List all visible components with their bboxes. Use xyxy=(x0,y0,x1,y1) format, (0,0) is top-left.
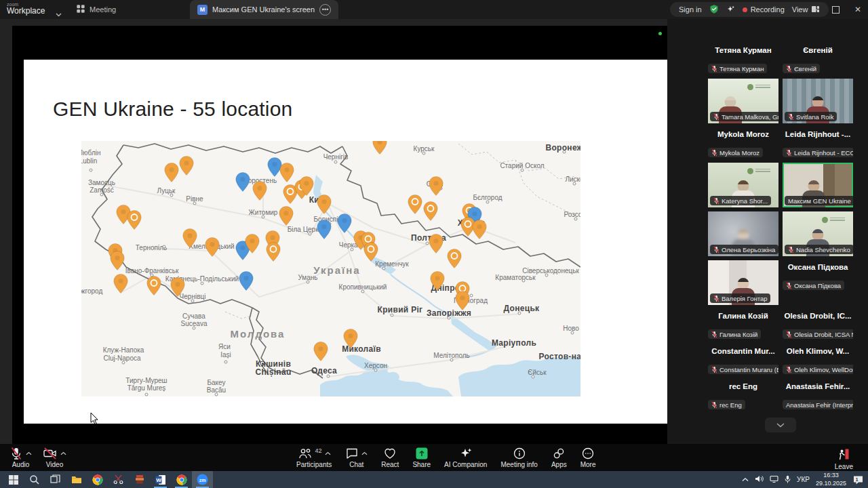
microphone-icon[interactable] xyxy=(785,475,791,485)
taskbar-chrome-icon[interactable] xyxy=(87,471,108,488)
map-pin-orange[interactable] xyxy=(372,141,387,155)
taskbar-chrome2-icon[interactable] xyxy=(171,471,192,488)
map-pin-blue[interactable] xyxy=(239,271,254,291)
map-pin-orange[interactable] xyxy=(245,234,260,253)
participant-tile[interactable]: Svitlana Roik xyxy=(783,79,853,123)
map-pin-blue[interactable] xyxy=(235,172,250,192)
map-pin-orange[interactable] xyxy=(447,249,462,268)
notification-icon[interactable]: 1 xyxy=(852,475,864,485)
taskbar-search-icon[interactable] xyxy=(24,471,45,488)
participant-tile[interactable]: Oleh Klimov, W...Oleh Klimov, WellDone xyxy=(783,344,853,375)
participant-row: rec Engrec EngAnastasia Fehir...Anastasi… xyxy=(708,380,853,411)
map-pin-orange[interactable] xyxy=(279,163,294,182)
map-pin-blue[interactable] xyxy=(317,220,332,239)
participant-badge-name: Валерія Гонтар xyxy=(722,295,767,302)
toolbar-video[interactable]: Video xyxy=(43,447,66,468)
chevron-up-icon[interactable] xyxy=(26,449,32,457)
map-pin-orange[interactable] xyxy=(266,242,281,262)
map-pin-orange[interactable] xyxy=(313,342,328,361)
map-pin-orange[interactable] xyxy=(127,210,142,230)
map-pin-orange[interactable] xyxy=(429,176,443,196)
map-pin-orange[interactable] xyxy=(429,234,443,253)
map-pin-orange[interactable] xyxy=(179,156,194,176)
toolbar-ai-companion[interactable]: AI Companion xyxy=(444,447,487,468)
taskbar-taskview-icon[interactable] xyxy=(45,471,66,488)
map-pin-orange[interactable] xyxy=(113,274,128,293)
minimize-button[interactable]: – xyxy=(812,5,817,14)
panel-more-button[interactable] xyxy=(765,418,796,432)
map-city-label: Ростов-на- xyxy=(539,352,580,361)
participant-tile[interactable]: Nadia Shevchenko xyxy=(783,211,853,256)
map-pin-blue[interactable] xyxy=(337,214,352,233)
display-icon[interactable] xyxy=(770,475,778,484)
participant-tile[interactable]: Валерія Гонтар xyxy=(708,260,778,305)
leave-button[interactable]: Leave xyxy=(831,447,857,471)
toolbar-chat[interactable]: Chat xyxy=(345,447,368,468)
map-pin-orange[interactable] xyxy=(408,195,422,214)
slide-title: GEN Ukraine - 55 location xyxy=(53,98,293,121)
chevron-down-icon[interactable] xyxy=(56,7,62,20)
participant-tile[interactable]: Mykola MorozMykola Moroz xyxy=(708,127,778,159)
map-pin-orange[interactable] xyxy=(279,206,294,226)
chevron-up-icon[interactable] xyxy=(60,449,66,457)
toolbar-participants[interactable]: 42Participants xyxy=(296,447,332,468)
taskbar-books-icon[interactable] xyxy=(129,471,150,488)
map-pin-orange[interactable] xyxy=(110,251,125,270)
tray-chevron-up-icon[interactable] xyxy=(742,476,749,483)
share-status-dot xyxy=(658,32,662,35)
toolbar-share[interactable]: Share xyxy=(412,447,431,468)
participant-tile[interactable]: rec Engrec Eng xyxy=(708,380,778,411)
participant-tile[interactable]: Olesia Drobit, IC...Olesia Drobit, ICSA … xyxy=(783,309,853,340)
participant-tile[interactable]: Максим GEN Ukraine xyxy=(783,163,853,207)
close-button[interactable]: ✕ xyxy=(854,5,861,14)
maximize-button[interactable] xyxy=(832,6,840,14)
map-pin-orange[interactable] xyxy=(423,201,438,221)
toolbar-more[interactable]: More xyxy=(580,447,596,468)
map-pin-orange[interactable] xyxy=(182,228,197,248)
tab-shared-screen[interactable]: M Максим GEN Ukraine's screen ••• xyxy=(190,0,338,19)
map-pin-orange[interactable] xyxy=(455,291,470,310)
taskbar-word-icon[interactable]: W xyxy=(150,471,171,488)
toolbar-meeting-info[interactable]: Meeting info xyxy=(500,447,537,468)
map-pin-orange[interactable] xyxy=(164,163,179,182)
map-pin-orange[interactable] xyxy=(472,220,487,239)
toolbar-apps[interactable]: Apps xyxy=(551,447,567,468)
map-pin-orange[interactable] xyxy=(205,237,220,257)
language-indicator[interactable]: УКР xyxy=(797,476,810,483)
map-pin-orange[interactable] xyxy=(252,181,267,201)
chevron-up-icon[interactable] xyxy=(361,449,368,457)
speaker-icon[interactable] xyxy=(755,475,764,484)
participant-tile[interactable]: Галина КозійГалина Козій xyxy=(708,309,778,340)
participant-tile[interactable]: Constantin Mur...Constantin Muraru (E... xyxy=(708,344,778,375)
participant-tile[interactable]: ЄвгенійЄвгеній xyxy=(783,43,853,75)
taskbar-clock[interactable]: 16:33 29.10.2025 xyxy=(816,472,846,487)
participant-badge: Oleh Klimov, WellDone xyxy=(783,365,853,374)
participant-tile[interactable]: Leida Rijnhout -...Leida Rijnhout - ECOL… xyxy=(783,127,853,159)
participant-tile[interactable]: Тетяна КурманТетяна Курман xyxy=(708,43,778,75)
map-pin-orange[interactable] xyxy=(363,242,378,262)
map-pin-orange[interactable] xyxy=(170,277,185,297)
participant-tile[interactable]: Олена Берьозкіна xyxy=(708,211,778,256)
participant-badge-name: Tamara Malkova, Gre... xyxy=(722,113,778,121)
taskbar-windows-icon[interactable] xyxy=(3,471,24,488)
toolbar-react[interactable]: React xyxy=(381,447,399,468)
map-pin-orange[interactable] xyxy=(317,195,332,214)
map-city-label: Одеса xyxy=(311,366,337,375)
map-pin-orange[interactable] xyxy=(299,176,314,196)
participant-tile[interactable]: Kateryna Shor... xyxy=(708,163,778,207)
taskbar-zoom-icon[interactable]: zm xyxy=(192,471,213,488)
taskbar-snip-icon[interactable] xyxy=(108,471,129,488)
chevron-up-icon[interactable] xyxy=(325,449,331,457)
sign-in-button[interactable]: Sign in xyxy=(679,5,702,14)
tab-meeting[interactable]: Meeting xyxy=(76,0,116,19)
toolbar-audio[interactable]: Audio xyxy=(9,447,32,468)
map-pin-orange[interactable] xyxy=(343,329,358,348)
map-pin-orange[interactable] xyxy=(146,276,161,296)
participant-tile[interactable]: Оксана ПідковаОксана Підкова xyxy=(783,260,853,305)
participant-tile[interactable]: Anastasia Fehir...Anastasia Fehir (Inter… xyxy=(783,380,853,411)
map-pin-orange[interactable] xyxy=(430,271,445,291)
taskbar-explorer-icon[interactable] xyxy=(66,471,87,488)
sparkle-icon[interactable] xyxy=(726,5,735,15)
tab-more-icon[interactable]: ••• xyxy=(319,4,331,16)
participant-tile[interactable]: Tamara Malkova, Gre... xyxy=(708,79,778,123)
